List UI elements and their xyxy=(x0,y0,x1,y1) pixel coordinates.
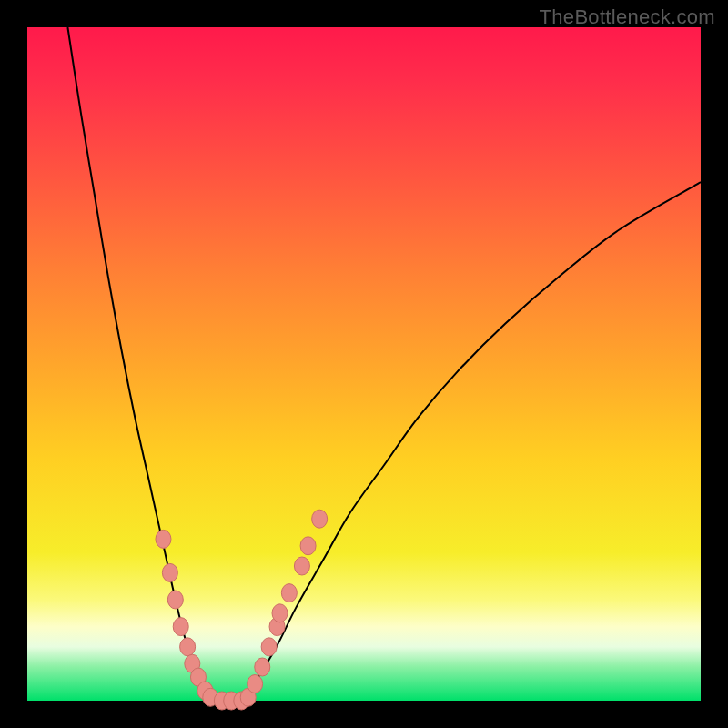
data-marker xyxy=(312,510,328,528)
data-marker xyxy=(162,563,177,581)
watermark-text: TheBottleneck.com xyxy=(540,5,715,29)
data-marker xyxy=(300,537,316,555)
data-marker xyxy=(261,638,277,656)
left-curve xyxy=(67,27,216,701)
data-marker xyxy=(180,638,196,656)
data-marker xyxy=(167,591,183,609)
data-marker xyxy=(248,675,263,693)
data-marker xyxy=(255,658,270,676)
data-marker xyxy=(294,557,309,575)
data-marker xyxy=(281,584,297,602)
marker-group xyxy=(156,510,328,710)
right-curve xyxy=(243,182,701,701)
data-marker xyxy=(156,530,171,548)
data-marker xyxy=(173,618,188,636)
chart-overlay xyxy=(27,27,701,701)
data-marker xyxy=(272,604,288,622)
